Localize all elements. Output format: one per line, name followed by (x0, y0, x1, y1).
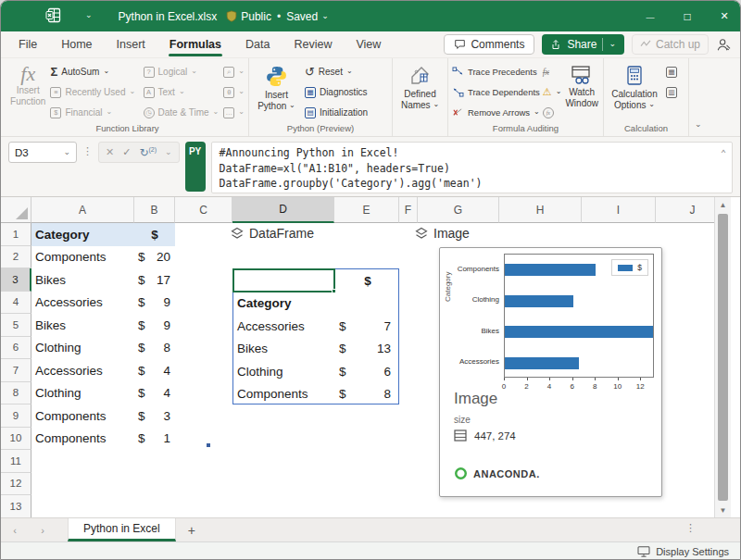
dataframe-object-label[interactable]: DataFrame (231, 226, 314, 241)
display-settings-button[interactable]: Display Settings (656, 546, 729, 557)
cell-A9[interactable]: Components (35, 404, 133, 428)
column-header-I[interactable]: I (582, 197, 656, 223)
spill-cell-D7[interactable]: Clothing (237, 360, 335, 383)
people-icon[interactable] (716, 38, 731, 52)
cell-B2[interactable]: $20 (134, 246, 175, 269)
autosum-button[interactable]: AutoSum (50, 65, 138, 79)
cells-area[interactable]: Category$Components$20Bikes$17Accessorie… (31, 223, 730, 517)
column-header-E[interactable]: E (334, 197, 399, 223)
defined-names-button[interactable]: Defined Names (396, 62, 444, 122)
date-time-button[interactable]: ◷Date & Time (144, 106, 220, 119)
formula-mode-caret-icon[interactable] (165, 147, 172, 158)
dataframe-spill-range[interactable]: $ Category Accessories$7Bikes$13Clothing… (232, 268, 399, 404)
collapse-formula-bar-icon[interactable]: ⌃ (721, 146, 726, 162)
spill-value-header[interactable]: $ (335, 269, 400, 292)
vertical-scrollbar[interactable]: ▲ ▼ (714, 197, 731, 517)
cell-B8[interactable]: $4 (134, 382, 175, 405)
cell-A5[interactable]: Bikes (35, 314, 133, 337)
add-sheet-button[interactable] (176, 518, 207, 541)
save-status[interactable]: Saved (286, 10, 329, 23)
show-formulas-button[interactable]: fx (543, 65, 562, 79)
trace-dependents-button[interactable]: Trace Dependents (452, 85, 540, 99)
calculation-options-button[interactable]: Calculation Options (608, 62, 661, 122)
cell-B10[interactable]: $1 (134, 428, 175, 451)
sensitivity-badge[interactable]: Public (226, 10, 271, 23)
cell-A10[interactable]: Components (35, 428, 133, 451)
trace-precedents-button[interactable]: Trace Precedents (452, 65, 540, 79)
menu-tab-insert[interactable]: Insert (105, 33, 157, 56)
share-button[interactable]: Share (542, 34, 624, 55)
row-header-1[interactable]: 1 (1, 223, 31, 246)
prev-sheet-button[interactable] (1, 518, 29, 541)
comments-button[interactable]: Comments (444, 34, 534, 55)
formula-bar-options-icon[interactable]: ⋮ (82, 145, 93, 157)
cell-A8[interactable]: Clothing (35, 382, 133, 405)
fill-handle[interactable] (332, 289, 336, 293)
collapse-ribbon-icon[interactable] (695, 120, 702, 131)
spill-cell-E6[interactable]: $13 (335, 338, 400, 361)
cell-A2[interactable]: Components (35, 246, 133, 269)
selected-cell-D3[interactable] (232, 268, 335, 292)
image-object-label[interactable]: Image (415, 226, 470, 241)
recently-used-button[interactable]: ≡Recently Used (50, 85, 138, 99)
cell-B1[interactable]: $ (134, 223, 175, 246)
logical-button[interactable]: ?Logical (144, 65, 220, 79)
column-header-A[interactable]: A (31, 197, 134, 223)
spill-cell-E5[interactable]: $7 (335, 315, 400, 338)
calculate-sheet-button[interactable]: ▥ (666, 85, 684, 99)
column-header-C[interactable]: C (175, 197, 232, 223)
minimize-button[interactable] (644, 11, 657, 22)
menu-tab-home[interactable]: Home (49, 33, 104, 56)
python-refresh-icon[interactable]: ↻(2) (139, 146, 157, 159)
scroll-down-icon[interactable]: ▼ (715, 503, 731, 517)
column-header-H[interactable]: H (499, 197, 582, 223)
menu-tab-review[interactable]: Review (282, 33, 344, 56)
watch-window-button[interactable]: Watch Window (564, 62, 599, 122)
column-header-G[interactable]: G (418, 197, 499, 223)
error-checking-button[interactable] (543, 85, 562, 99)
spill-cell-E8[interactable]: $8 (335, 383, 400, 406)
menu-tab-data[interactable]: Data (233, 33, 282, 56)
calculate-now-button[interactable]: ▦ (666, 65, 684, 79)
cell-B3[interactable]: $17 (134, 268, 175, 292)
row-header-4[interactable]: 4 (1, 292, 31, 315)
column-header-D[interactable]: D (232, 197, 334, 223)
close-button[interactable] (718, 10, 731, 22)
lookup-reference-button[interactable]: ⌕ (223, 65, 245, 79)
cell-A1[interactable]: Category (35, 223, 133, 246)
row-header-11[interactable]: 11 (1, 450, 31, 473)
math-trig-button[interactable]: θ (223, 85, 245, 99)
catch-up-button[interactable]: Catch up (632, 34, 709, 55)
row-header-5[interactable]: 5 (1, 314, 31, 337)
row-header-12[interactable]: 12 (1, 473, 31, 496)
spill-index-header[interactable]: Category (237, 292, 335, 316)
column-header-B[interactable]: B (134, 197, 175, 223)
initialization-button[interactable]: ▤Initialization (305, 106, 388, 119)
document-title[interactable]: Python in Excel.xlsx (119, 10, 218, 23)
column-header-F[interactable]: F (399, 197, 418, 223)
menu-tab-view[interactable]: View (344, 33, 393, 56)
maximize-button[interactable] (681, 10, 694, 23)
evaluate-formula-button[interactable]: fx (543, 106, 562, 119)
row-header-10[interactable]: 10 (1, 428, 31, 451)
quick-access-caret-icon[interactable] (85, 11, 93, 21)
more-functions-button[interactable]: … (223, 106, 245, 119)
row-header-9[interactable]: 9 (1, 404, 31, 428)
formula-input[interactable]: #Announcing Python in Excel! DataFrame=x… (211, 142, 733, 193)
menu-tab-file[interactable]: File (6, 33, 49, 56)
cell-B4[interactable]: $9 (134, 292, 175, 315)
scrollbar-thumb[interactable] (718, 214, 728, 501)
row-header-6[interactable]: 6 (1, 337, 31, 360)
reset-button[interactable]: Reset (305, 65, 388, 79)
cell-A6[interactable]: Clothing (35, 337, 133, 360)
remove-arrows-button[interactable]: Remove Arrows (452, 106, 540, 119)
spill-cell-E7[interactable]: $6 (335, 360, 400, 383)
enter-icon[interactable]: ✓ (122, 146, 131, 158)
excel-app-icon[interactable] (45, 7, 61, 26)
menu-tab-formulas[interactable]: Formulas (157, 33, 233, 56)
scroll-up-icon[interactable]: ▲ (715, 197, 731, 212)
row-header-7[interactable]: 7 (1, 359, 31, 382)
name-box[interactable]: D3 (8, 142, 77, 163)
text-button[interactable]: AText (144, 85, 220, 99)
cell-A7[interactable]: Accessories (35, 359, 133, 382)
